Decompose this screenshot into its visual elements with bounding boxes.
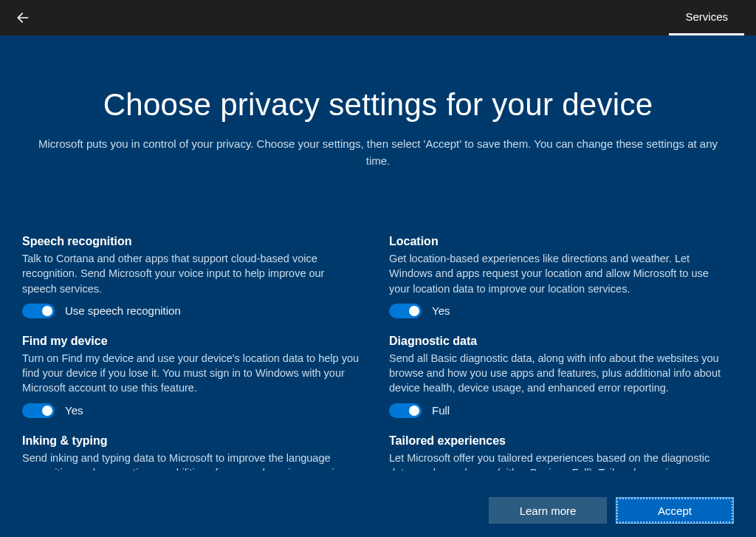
settings-column-left: Speech recognition Talk to Cortana and o… [22, 235, 360, 471]
toggle-location[interactable] [389, 304, 422, 318]
toggle-label: Yes [432, 304, 450, 317]
setting-description: Let Microsoft offer you tailored experie… [389, 451, 726, 471]
setting-location: Location Get location-based experiences … [389, 235, 726, 318]
footer-buttons: Learn more Accept [489, 497, 734, 524]
page-subtitle: Microsoft puts you in control of your pr… [31, 136, 725, 169]
toggle-label: Use speech recognition [65, 304, 181, 317]
setting-description: Get location-based experiences like dire… [389, 251, 726, 296]
top-bar: Services [0, 0, 756, 35]
toggle-speech[interactable] [22, 304, 55, 318]
main-panel: Choose privacy settings for your device … [0, 35, 756, 537]
setting-tailored-experiences: Tailored experiences Let Microsoft offer… [389, 434, 726, 471]
setting-title: Tailored experiences [389, 434, 726, 448]
setting-description: Talk to Cortana and other apps that supp… [22, 251, 360, 296]
toggle-find-my-device[interactable] [22, 403, 55, 418]
back-button[interactable] [15, 10, 31, 26]
setting-title: Location [389, 235, 726, 248]
setting-title: Inking & typing [22, 434, 360, 448]
settings-column-right: Location Get location-based experiences … [389, 235, 726, 471]
toggle-label: Full [432, 404, 450, 417]
accept-button[interactable]: Accept [616, 497, 734, 524]
setting-inking-typing: Inking & typing Send inking and typing d… [22, 434, 360, 471]
tab-bar: Services [669, 0, 744, 35]
toggle-label: Yes [65, 404, 83, 417]
setting-title: Diagnostic data [389, 335, 726, 348]
learn-more-button[interactable]: Learn more [489, 497, 607, 524]
page-title: Choose privacy settings for your device [0, 87, 756, 123]
setting-find-my-device: Find my device Turn on Find my device an… [22, 335, 360, 418]
setting-speech: Speech recognition Talk to Cortana and o… [22, 235, 360, 318]
setting-description: Turn on Find my device and use your devi… [22, 351, 360, 396]
tab-services[interactable]: Services [669, 0, 744, 35]
setting-title: Find my device [22, 335, 360, 348]
setting-diagnostic-data: Diagnostic data Send all Basic diagnosti… [389, 335, 726, 418]
setting-title: Speech recognition [22, 235, 360, 248]
setting-description: Send inking and typing data to Microsoft… [22, 451, 360, 471]
setting-description: Send all Basic diagnostic data, along wi… [389, 351, 726, 396]
settings-scroll-area[interactable]: Speech recognition Talk to Cortana and o… [22, 235, 734, 471]
toggle-diagnostic-data[interactable] [389, 403, 422, 418]
